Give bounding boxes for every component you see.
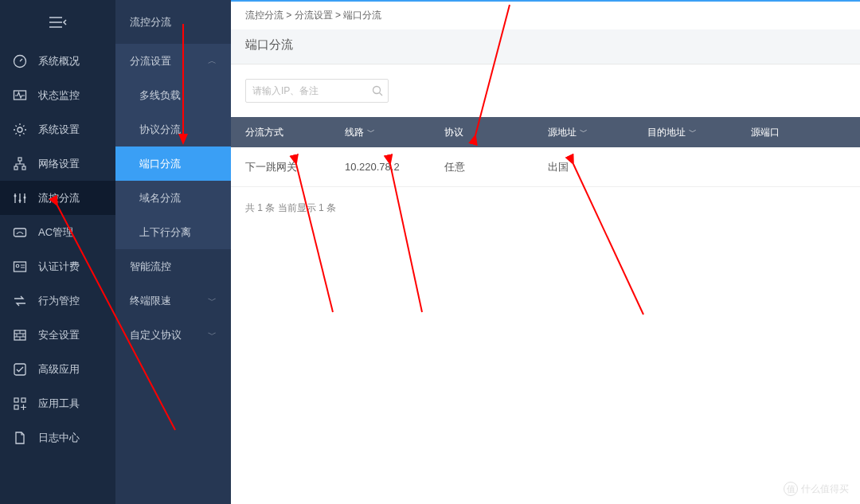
svg-rect-14 bbox=[14, 398, 18, 402]
nav-label: 行为管控 bbox=[38, 294, 80, 308]
cell-protocol: 任意 bbox=[444, 160, 548, 174]
gear-icon bbox=[13, 123, 27, 137]
nav-security-settings[interactable]: 安全设置 bbox=[0, 318, 115, 352]
nav-label: 安全设置 bbox=[38, 328, 80, 342]
subnav-item-label: 自定义协议 bbox=[130, 328, 182, 342]
document-icon bbox=[13, 431, 27, 445]
nav-ac-management[interactable]: AC管理 bbox=[0, 215, 115, 249]
cell-split-method: 下一跳网关 bbox=[245, 160, 345, 174]
cell-source-addr: 出国 bbox=[548, 160, 647, 174]
search-input[interactable] bbox=[252, 85, 372, 96]
breadcrumb: 流控分流 > 分流设置 > 端口分流 bbox=[231, 2, 860, 29]
network-icon bbox=[13, 157, 27, 171]
cell-line: 10.220.78.2 bbox=[345, 161, 444, 173]
main-sidebar: 系统概况 状态监控 系统设置 网络设置 流控分流 AC管理 认证计费 行为管控 bbox=[0, 0, 115, 504]
check-app-icon bbox=[13, 362, 27, 377]
nav-label: 状态监控 bbox=[38, 88, 80, 103]
chevron-down-icon: ﹀ bbox=[208, 295, 217, 307]
subnav-group-label: 分流设置 bbox=[130, 54, 171, 68]
svg-point-2 bbox=[18, 127, 22, 132]
nav-advanced-apps[interactable]: 高级应用 bbox=[0, 352, 115, 386]
content-area: 流控分流 > 分流设置 > 端口分流 端口分流 分流方式 线路﹀ 协议 源地址﹀… bbox=[231, 0, 860, 504]
svg-rect-10 bbox=[14, 262, 26, 272]
search-box bbox=[245, 79, 389, 103]
subnav-item-label: 终端限速 bbox=[130, 294, 171, 308]
chevron-up-icon: ︿ bbox=[208, 55, 217, 67]
subnav-updown-split[interactable]: 上下行分离 bbox=[115, 215, 231, 249]
chevron-down-icon: ﹀ bbox=[580, 127, 588, 138]
nav-label: 系统设置 bbox=[38, 123, 80, 137]
th-source-port[interactable]: 源端口 bbox=[751, 126, 846, 139]
sub-sidebar: 流控分流 分流设置 ︿ 多线负载 协议分流 端口分流 域名分流 上下行分离 智能… bbox=[115, 0, 231, 504]
subnav-custom-protocol[interactable]: 自定义协议 ﹀ bbox=[115, 318, 231, 352]
id-card-icon bbox=[13, 260, 27, 274]
watermark: 值 什么值得买 bbox=[784, 482, 849, 496]
arrows-icon bbox=[13, 294, 27, 308]
subnav-port-split[interactable]: 端口分流 bbox=[115, 147, 231, 181]
nav-app-tools[interactable]: 应用工具 bbox=[0, 386, 115, 420]
sliders-icon bbox=[13, 191, 27, 205]
svg-rect-16 bbox=[14, 405, 18, 409]
svg-rect-5 bbox=[22, 166, 25, 170]
th-dest-addr[interactable]: 目的地址﹀ bbox=[647, 126, 751, 139]
subnav-group-split-settings[interactable]: 分流设置 ︿ bbox=[115, 44, 231, 78]
nav-label: 高级应用 bbox=[38, 362, 80, 377]
subnav-protocol-split[interactable]: 协议分流 bbox=[115, 112, 231, 147]
subnav-item-label: 智能流控 bbox=[130, 260, 171, 274]
svg-point-11 bbox=[16, 264, 19, 268]
firewall-icon bbox=[13, 328, 27, 342]
nav-label: 系统概况 bbox=[38, 54, 80, 68]
nav-behavior-control[interactable]: 行为管控 bbox=[0, 283, 115, 318]
svg-point-7 bbox=[19, 199, 22, 201]
nav-flow-control[interactable]: 流控分流 bbox=[0, 181, 115, 215]
table-row[interactable]: 下一跳网关 10.220.78.2 任意 出国 bbox=[231, 147, 860, 187]
subnav-smart-flow[interactable]: 智能流控 bbox=[115, 249, 231, 283]
wifi-icon bbox=[13, 225, 27, 240]
nav-system-overview[interactable]: 系统概况 bbox=[0, 44, 115, 78]
svg-rect-4 bbox=[14, 166, 18, 170]
th-split-method[interactable]: 分流方式 bbox=[245, 126, 345, 139]
menu-collapse-icon bbox=[49, 17, 67, 28]
table-summary: 共 1 条 当前显示 1 条 bbox=[231, 187, 860, 229]
subnav-item-label: 域名分流 bbox=[139, 191, 181, 205]
monitor-icon bbox=[13, 88, 27, 103]
nav-auth-billing[interactable]: 认证计费 bbox=[0, 249, 115, 283]
collapse-toggle[interactable] bbox=[0, 0, 115, 44]
nav-system-settings[interactable]: 系统设置 bbox=[0, 112, 115, 147]
breadcrumb-item[interactable]: 流控分流 bbox=[245, 10, 283, 21]
nav-label: AC管理 bbox=[38, 225, 73, 240]
th-protocol[interactable]: 协议 bbox=[444, 126, 548, 139]
subnav-item-label: 上下行分离 bbox=[139, 225, 191, 240]
apps-grid-icon bbox=[13, 397, 27, 411]
svg-rect-3 bbox=[18, 158, 22, 161]
svg-point-17 bbox=[373, 87, 381, 94]
breadcrumb-item: 端口分流 bbox=[343, 10, 381, 21]
breadcrumb-item[interactable]: 分流设置 bbox=[295, 10, 333, 21]
subnav-item-label: 协议分流 bbox=[139, 123, 181, 137]
subnav-domain-split[interactable]: 域名分流 bbox=[115, 181, 231, 215]
nav-label: 认证计费 bbox=[38, 260, 80, 274]
th-line[interactable]: 线路﹀ bbox=[345, 126, 444, 139]
chevron-down-icon: ﹀ bbox=[689, 127, 697, 138]
table-header: 分流方式 线路﹀ 协议 源地址﹀ 目的地址﹀ 源端口 bbox=[231, 117, 860, 147]
search-icon[interactable] bbox=[372, 85, 383, 96]
subnav-terminal-limit[interactable]: 终端限速 ﹀ bbox=[115, 283, 231, 318]
nav-label: 应用工具 bbox=[38, 397, 80, 411]
page-title: 端口分流 bbox=[231, 29, 860, 64]
subnav-item-label: 多线负载 bbox=[139, 88, 181, 103]
subnav-title: 流控分流 bbox=[115, 0, 231, 44]
nav-label: 日志中心 bbox=[38, 431, 80, 445]
subnav-multi-line-load[interactable]: 多线负载 bbox=[115, 78, 231, 112]
svg-point-6 bbox=[14, 194, 17, 197]
watermark-icon: 值 bbox=[784, 482, 798, 496]
subnav-item-label: 端口分流 bbox=[139, 157, 181, 171]
chevron-down-icon: ﹀ bbox=[208, 329, 217, 341]
svg-rect-15 bbox=[22, 398, 25, 402]
nav-status-monitor[interactable]: 状态监控 bbox=[0, 78, 115, 112]
th-source-addr[interactable]: 源地址﹀ bbox=[548, 126, 647, 139]
svg-rect-13 bbox=[14, 364, 25, 375]
nav-label: 流控分流 bbox=[38, 191, 80, 205]
nav-network-settings[interactable]: 网络设置 bbox=[0, 147, 115, 181]
nav-log-center[interactable]: 日志中心 bbox=[0, 420, 115, 455]
svg-point-8 bbox=[24, 196, 26, 198]
